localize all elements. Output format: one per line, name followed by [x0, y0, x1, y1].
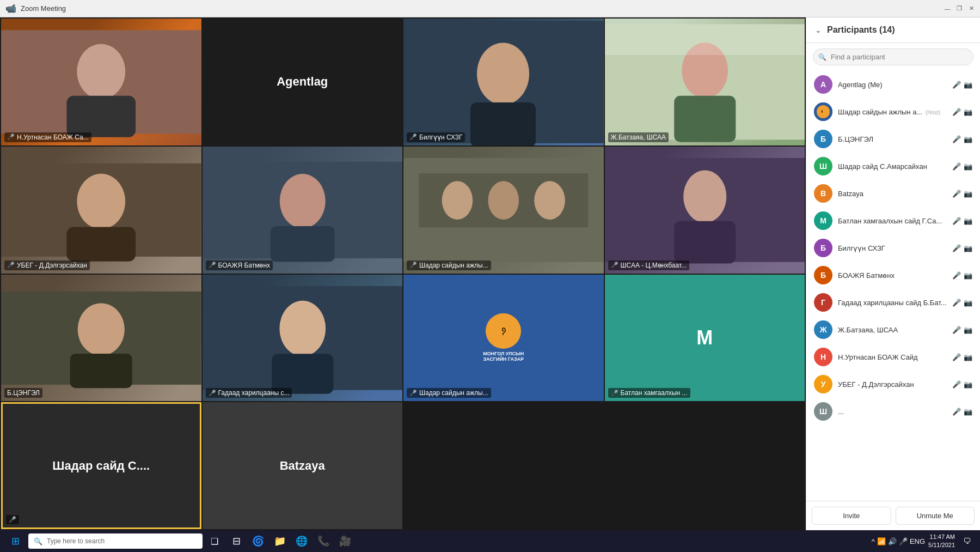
taskbar-search-icon: 🔍: [34, 537, 42, 545]
notification-button[interactable]: 🗨: [958, 532, 976, 550]
file-explorer-button[interactable]: 📁: [270, 532, 290, 550]
participant-item-urtnaasan[interactable]: Н Н.Уртнасан БОАЖ Сайд 🎤 📷: [806, 343, 980, 371]
person-silhouette-5: [1, 147, 201, 274]
video-cell-9[interactable]: Б.ЦЭНГЭЛ: [1, 275, 201, 402]
clock-date: 5/11/2021: [928, 541, 955, 549]
muted-icon-5: 🎤: [7, 262, 15, 269]
cell-name-4: Ж.Батзаяа, ШСАА: [608, 132, 669, 142]
cell-name-8: 🎤 ШСАА - Ц.Мөнхбаат...: [608, 260, 690, 270]
maximize-button[interactable]: ❐: [956, 5, 963, 12]
participant-item-amarsaikhan[interactable]: Ш Шадар сайд С.Амарсайхан 🎤 📷: [806, 153, 980, 180]
participant-item-tsenghel[interactable]: Б Б.ЦЭНГЭЛ 🎤 📷: [806, 125, 980, 153]
cell-name-11: 🎤 Шадар сайдын ажлы...: [407, 388, 491, 398]
zoom-icon: 📹: [5, 3, 16, 14]
zoom-taskbar-button[interactable]: 🎥: [335, 532, 355, 550]
participants-panel: ⌄ Participants (14) 🔍 A Agentlag (Me) 🎤 …: [806, 17, 980, 530]
clock-time: 11:47 AM: [928, 533, 955, 541]
close-button[interactable]: ✕: [968, 5, 975, 12]
network-icon[interactable]: 📶: [877, 537, 886, 545]
muted-icon-3: 🎤: [409, 134, 417, 141]
video-cell-empty-2: [605, 402, 805, 529]
window-controls: — ❐ ✕: [944, 5, 975, 12]
cell-name-9: Б.ЦЭНГЭЛ: [4, 388, 42, 398]
task-view-button[interactable]: ❑: [205, 532, 224, 550]
avatar-shadar-host: ᠮ: [814, 102, 832, 121]
chrome-icon: 🌐: [296, 535, 308, 547]
cell-name-13: 🎤: [6, 515, 19, 524]
clock[interactable]: 11:47 AM 5/11/2021: [928, 533, 955, 550]
mic-icon-batzaya: 🎤: [952, 190, 961, 198]
svg-point-19: [488, 181, 519, 220]
video-cell-8[interactable]: 🎤 ШСАА - Ц.Мөнхбаат...: [605, 147, 805, 274]
mic-icon-gadaad: 🎤: [952, 299, 961, 307]
muted-icon-13: 🎤: [9, 516, 16, 523]
zoom-taskbar-icon: 🎥: [339, 535, 351, 547]
svg-rect-5: [470, 102, 536, 145]
participant-item-batlan[interactable]: M Батлан хамгаалхын сайд Г.Са... 🎤 📷: [806, 207, 980, 234]
participant-item-more[interactable]: Ш ... 🎤 📷: [806, 398, 980, 425]
participant-name-batlan: Батлан хамгаалхын сайд Г.Са...: [838, 217, 947, 225]
participant-item-gadaad[interactable]: Г Гадаад харилцааны сайд Б.Бат... 🎤 📷: [806, 289, 980, 316]
video-cell-10[interactable]: 🎤 Гадаад харилцааны с...: [203, 275, 403, 402]
collapse-panel-button[interactable]: ⌄: [815, 26, 822, 34]
video-cell-1[interactable]: 🎤 Н.Уртнасан БОАЖ Са...: [1, 19, 201, 145]
participant-name-more: ...: [838, 408, 947, 416]
chevron-up-icon[interactable]: ^: [872, 537, 875, 545]
participant-item-shadar-host[interactable]: ᠮ Шадар сайдын ажлын а... (Host) 🎤 📷: [806, 98, 980, 125]
chrome-button[interactable]: 🌐: [292, 532, 311, 550]
muted-icon-1: 🎤: [7, 134, 15, 141]
widgets-icon: ⊟: [232, 535, 241, 547]
participant-controls-tsenghel: 🎤 📷: [952, 135, 972, 143]
cell-label-agentlag: Agentlag: [271, 69, 333, 94]
video-cell-2[interactable]: Agentlag: [203, 19, 403, 145]
participant-item-batmunkh[interactable]: Б БОАЖЯ Батмөнх 🎤 📷: [806, 262, 980, 289]
svg-point-11: [77, 174, 125, 229]
video-cell-11[interactable]: ᠀ МОНГОЛ УЛСЫНЗАСГИЙН ГАЗАР 🎤 Шадар сайд…: [403, 275, 604, 402]
person-silhouette-10: [203, 275, 403, 402]
svg-point-28: [279, 300, 326, 356]
speaker-icon[interactable]: 🔊: [888, 537, 897, 545]
microphone-sys-icon[interactable]: 🎤: [899, 537, 908, 545]
muted-icon-12: 🎤: [611, 390, 618, 397]
cam-icon-agentlag: 📷: [964, 81, 972, 89]
cell-name-6: 🎤 БОАЖЯ Батмөнх: [206, 260, 273, 270]
video-cell-7[interactable]: 🎤 Шадар сайдын ажлы...: [403, 147, 604, 274]
avatar-batzaya: B: [814, 184, 832, 203]
widgets-button[interactable]: ⊟: [226, 532, 246, 550]
start-button[interactable]: ⊞: [4, 532, 26, 550]
mic-icon-jbatzaya: 🎤: [952, 326, 961, 334]
viber-button[interactable]: 📞: [314, 532, 333, 550]
video-cell-14[interactable]: Batzaya: [203, 402, 403, 529]
taskbar-search-text: Type here to search: [47, 537, 105, 545]
edge-icon: 🌀: [252, 535, 264, 547]
viber-icon: 📞: [317, 535, 329, 547]
mic-icon-agentlag: 🎤: [952, 81, 961, 89]
video-cell-6[interactable]: 🎤 БОАЖЯ Батмөнх: [203, 147, 403, 274]
participant-controls-ubeg: 🎤 📷: [952, 380, 972, 389]
taskbar-search[interactable]: 🔍 Type here to search: [28, 533, 203, 549]
person-silhouette-3: [403, 19, 604, 145]
shadar-logo-small: ᠮ: [814, 102, 832, 121]
video-cell-3[interactable]: 🎤 Билгүүн СХЗГ: [403, 19, 604, 145]
invite-button[interactable]: Invite: [812, 507, 891, 525]
participant-item-batzaya[interactable]: B Batzaya 🎤 📷: [806, 180, 980, 207]
language-label[interactable]: ENG: [910, 537, 925, 545]
mic-icon-urtnaasan: 🎤: [952, 353, 961, 361]
participant-item-agentlag[interactable]: A Agentlag (Me) 🎤 📷: [806, 71, 980, 98]
participant-item-jbatzaya[interactable]: Ж Ж.Батзаяа, ШСАА 🎤 📷: [806, 316, 980, 343]
cell-name-3: 🎤 Билгүүн СХЗГ: [407, 132, 465, 142]
video-cell-13[interactable]: Шадар сайд С.... 🎤: [1, 402, 201, 529]
video-cell-empty-1: [403, 402, 604, 529]
video-cell-5[interactable]: 🎤 УБЕГ - Д.Дэлгэрсайхан: [1, 147, 201, 274]
video-cell-12[interactable]: M 🎤 Батлан хамгаалхын ...: [605, 275, 805, 402]
minimize-button[interactable]: —: [944, 5, 951, 12]
unmute-me-button[interactable]: Unmute Me: [896, 507, 975, 525]
mongol-logo-text: МОНГОЛ УЛСЫНЗАСГИЙН ГАЗАР: [483, 351, 524, 362]
muted-icon-8: 🎤: [611, 262, 618, 269]
participant-item-ubeg[interactable]: У УБЕГ - Д.Дэлгэрсайхан 🎤 📷: [806, 371, 980, 398]
edge-button[interactable]: 🌀: [248, 532, 268, 550]
video-cell-4[interactable]: Ж.Батзаяа, ШСАА: [605, 19, 805, 145]
participant-name-amarsaikhan: Шадар сайд С.Амарсайхан: [838, 162, 947, 171]
find-participant-input[interactable]: [813, 48, 973, 65]
participant-item-bilguun[interactable]: Б Билгүүн СХЗГ 🎤 📷: [806, 234, 980, 262]
